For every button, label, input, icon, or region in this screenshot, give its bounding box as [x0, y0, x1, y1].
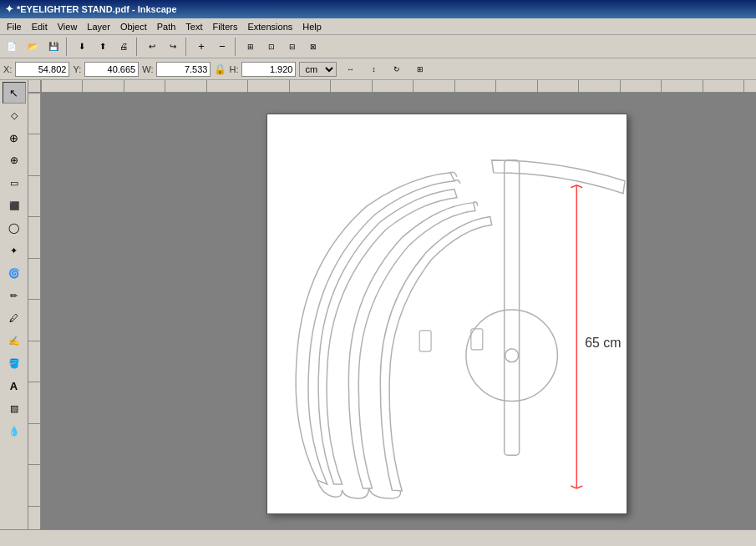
tool-pen[interactable]: 🖊 [3, 307, 26, 329]
ruler-corner [28, 80, 41, 93]
svg-line-8 [571, 486, 576, 488]
menu-item-file[interactable]: File [2, 18, 27, 34]
ruler-horizontal [41, 80, 756, 93]
toolbar-separator [66, 38, 69, 56]
tool-bucket[interactable]: 🪣 [3, 352, 26, 374]
x-label: X: [3, 64, 12, 74]
tool-calligraphy[interactable]: ✍ [3, 330, 26, 351]
transform-btn3[interactable]: ↻ [387, 60, 407, 78]
svg-line-9 [576, 486, 582, 488]
svg-point-2 [505, 349, 519, 362]
h-label: H: [229, 64, 238, 74]
w-label: W: [142, 64, 153, 74]
svg-line-7 [576, 185, 582, 188]
redo-button[interactable]: ↪ [163, 38, 183, 56]
menu-item-extensions[interactable]: Extensions [242, 18, 297, 34]
svg-rect-0 [505, 160, 520, 455]
tool-pencil[interactable]: ✏ [3, 285, 26, 306]
print-button[interactable]: 🖨 [114, 38, 134, 56]
transform-btn4[interactable]: ⊞ [410, 60, 430, 78]
snap-toggle2[interactable]: ⊡ [261, 38, 282, 56]
tool-tweak[interactable]: ⊕ [3, 127, 26, 149]
menu-item-layer[interactable]: Layer [82, 18, 115, 34]
zoom-in-button[interactable]: + [191, 38, 211, 56]
tool-zoom[interactable]: ⊕ [3, 149, 26, 171]
w-input[interactable] [156, 62, 211, 77]
toolbar1: 📄 📂 💾 ⬇ ⬆ 🖨 ↩ ↪ + − ⊞ ⊡ ⊟ ⊠ [0, 35, 756, 58]
unit-select[interactable]: cm mm px pt in [299, 62, 337, 77]
svg-rect-3 [419, 331, 431, 351]
toolbar-separator4 [235, 38, 238, 56]
save-button[interactable]: 💾 [43, 38, 63, 56]
tool-star[interactable]: ✦ [3, 240, 26, 261]
svg-point-1 [466, 310, 557, 401]
title-text: *EYELIGHTER STAND.pdf - Inkscape [17, 4, 177, 14]
menu-item-help[interactable]: Help [297, 18, 327, 34]
toolbar-separator3 [185, 38, 189, 56]
document-canvas[interactable]: 65 cm [41, 93, 756, 529]
zoom-out-button[interactable]: − [212, 38, 232, 56]
undo-button[interactable]: ↩ [142, 38, 162, 56]
main-layout: ↖ ◇ ⊕ ⊕ ▭ ⬛ ◯ ✦ 🌀 ✏ 🖊 ✍ 🪣 A ▨ 💧 [0, 80, 756, 529]
import-button[interactable]: ⬇ [72, 38, 92, 56]
tool-ellipse[interactable]: ◯ [3, 217, 26, 239]
menu-item-text[interactable]: Text [180, 18, 207, 34]
menu-item-object[interactable]: Object [115, 18, 152, 34]
h-input[interactable] [241, 62, 296, 77]
menu-item-filters[interactable]: Filters [208, 18, 243, 34]
tool-dropper[interactable]: 💧 [3, 420, 26, 442]
snap-toggle4[interactable]: ⊠ [303, 38, 323, 56]
statusbar [0, 529, 756, 546]
toolbar-separator2 [136, 38, 140, 56]
tool-select[interactable]: ↖ [3, 82, 26, 104]
titlebar: ✦ *EYELIGHTER STAND.pdf - Inkscape [0, 0, 756, 18]
tool-3dbox[interactable]: ⬛ [3, 195, 26, 216]
y-label: Y: [73, 64, 81, 74]
menu-item-edit[interactable]: Edit [27, 18, 53, 34]
new-button[interactable]: 📄 [2, 38, 22, 56]
menubar: FileEditViewLayerObjectPathTextFiltersEx… [0, 18, 756, 35]
menu-item-view[interactable]: View [53, 18, 83, 34]
toolbox: ↖ ◇ ⊕ ⊕ ▭ ⬛ ◯ ✦ 🌀 ✏ 🖊 ✍ 🪣 A ▨ 💧 [0, 80, 28, 529]
tool-spiral[interactable]: 🌀 [3, 262, 26, 284]
snap-toggle1[interactable]: ⊞ [241, 38, 261, 56]
y-input[interactable] [84, 62, 139, 77]
ruler-vertical [28, 93, 41, 529]
drawing-svg: 65 cm [267, 114, 627, 513]
transform-btn2[interactable]: ↕ [363, 60, 383, 78]
svg-line-6 [571, 185, 576, 188]
menu-item-path[interactable]: Path [152, 18, 181, 34]
open-button[interactable]: 📂 [23, 38, 43, 56]
tool-rect[interactable]: ▭ [3, 172, 26, 194]
canvas-area[interactable]: 65 cm [28, 80, 756, 529]
svg-text:65 cm: 65 cm [585, 336, 621, 350]
snap-toggle3[interactable]: ⊟ [282, 38, 302, 56]
coordbar: X: Y: W: 🔒 H: cm mm px pt in ↔ ↕ ↻ ⊞ [0, 58, 756, 80]
lock-icon[interactable]: 🔒 [214, 63, 226, 75]
paper: 65 cm [266, 114, 627, 514]
app-icon: ✦ [5, 3, 13, 15]
tool-text[interactable]: A [3, 375, 26, 397]
transform-btn1[interactable]: ↔ [340, 60, 360, 78]
tool-node[interactable]: ◇ [3, 104, 26, 126]
x-input[interactable] [15, 62, 69, 77]
export-button[interactable]: ⬆ [93, 38, 113, 56]
tool-gradient[interactable]: ▨ [3, 397, 26, 419]
